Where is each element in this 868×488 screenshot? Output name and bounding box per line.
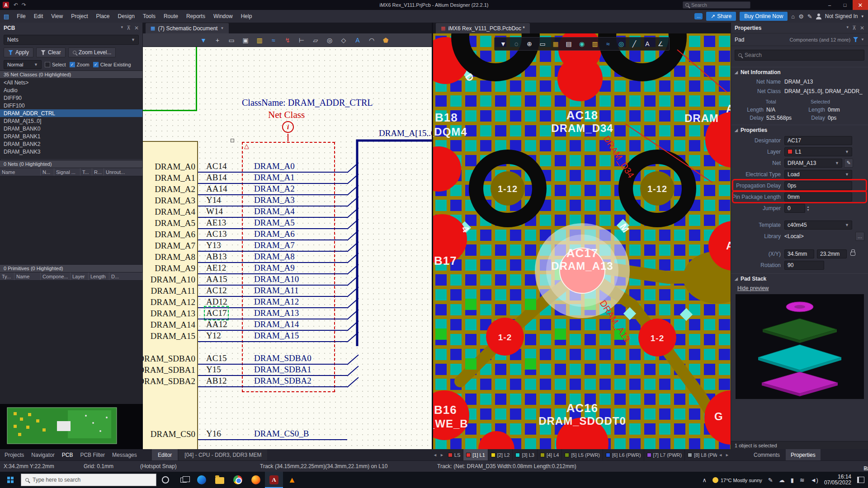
- pin-designator[interactable]: AC13: [206, 229, 226, 239]
- net-label[interactable]: DRAM_A11: [254, 286, 299, 296]
- net-label[interactable]: DRAM_A10: [254, 274, 299, 284]
- workspace-icon[interactable]: ▤: [4, 13, 9, 20]
- pad-stack-preview[interactable]: [736, 294, 863, 399]
- notification-icon[interactable]: [857, 477, 864, 483]
- net-class-value[interactable]: DRAM_A[15..0], DRAM_ADDR_: [784, 88, 863, 94]
- wire[interactable]: [198, 341, 347, 342]
- edge-icon[interactable]: [193, 472, 211, 488]
- column-header[interactable]: Unrout...: [104, 168, 142, 176]
- pin-designator[interactable]: AC17: [206, 308, 226, 318]
- menu-item[interactable]: Place: [92, 10, 113, 23]
- menu-item[interactable]: Edit: [30, 10, 47, 23]
- net-label[interactable]: DRAM_A14: [254, 319, 299, 329]
- menu-item[interactable]: Window: [209, 10, 237, 23]
- zoom-icon[interactable]: ⊕: [525, 40, 533, 47]
- net-label[interactable]: DRAM_SDBA1: [254, 365, 311, 375]
- angle-icon[interactable]: ∠: [656, 40, 665, 47]
- bus-net-label[interactable]: DRAM_A[15..0]: [379, 128, 432, 138]
- net-class-item[interactable]: DRAM_A[15..0]: [0, 117, 142, 125]
- redo-icon[interactable]: ↷: [22, 2, 26, 8]
- checkbox[interactable]: [93, 62, 99, 67]
- undo-icon[interactable]: ↶: [14, 2, 18, 8]
- buy-online-button[interactable]: Buy Online Now: [740, 12, 788, 21]
- measure-icon[interactable]: ⊢: [297, 37, 306, 44]
- track-icon[interactable]: ╱: [630, 40, 638, 47]
- net-label[interactable]: DRAM_A6: [254, 229, 295, 239]
- pin-designator[interactable]: Y12: [206, 331, 221, 341]
- firefox-icon[interactable]: [247, 472, 265, 488]
- filter-checkbox[interactable]: Zoom: [70, 62, 90, 67]
- chevron-down-icon[interactable]: ▼: [861, 38, 864, 42]
- pad-icon[interactable]: ◉: [578, 40, 586, 47]
- tray-expand-icon[interactable]: ∧: [702, 477, 707, 483]
- layer-tab[interactable]: LS: [445, 449, 463, 460]
- signal-integrity-icon[interactable]: ≈: [269, 37, 278, 44]
- pin-designator[interactable]: AB12: [206, 376, 226, 386]
- filter-checkbox[interactable]: Clear Existing: [93, 62, 131, 67]
- vlc-icon[interactable]: ▲: [283, 472, 301, 488]
- net-name-value[interactable]: DRAM_A13: [784, 79, 813, 85]
- gear-icon[interactable]: ⚙: [798, 13, 804, 20]
- ruler-icon[interactable]: ▥: [591, 40, 599, 47]
- pencil-icon[interactable]: ✎: [807, 13, 812, 20]
- minimize-button[interactable]: –: [822, 0, 837, 10]
- net-class-item[interactable]: <All Nets>: [0, 79, 142, 86]
- clear-button[interactable]: Clear: [36, 47, 66, 57]
- net-class-item[interactable]: DRAM_BANK2: [0, 140, 142, 148]
- layer-scroll-right-icon[interactable]: ►: [724, 453, 731, 457]
- start-button[interactable]: [0, 472, 21, 488]
- battery-icon[interactable]: ▮: [791, 477, 794, 483]
- net-label[interactable]: DRAM_A0: [254, 161, 295, 171]
- net-class-item[interactable]: DIFF100: [0, 102, 142, 109]
- column-header[interactable]: Compone...: [41, 272, 71, 280]
- layer-scroll-left-icon[interactable]: ◄: [717, 453, 724, 457]
- clock[interactable]: 16:1407/05/2022: [824, 474, 851, 486]
- column-header[interactable]: D...: [109, 272, 142, 280]
- global-search[interactable]: Search: [683, 1, 750, 9]
- checkbox[interactable]: [45, 62, 50, 67]
- signin-caret-icon[interactable]: ▾: [861, 14, 863, 19]
- pin-designator[interactable]: Y15: [206, 365, 221, 375]
- net-label[interactable]: DRAM_A2: [254, 184, 295, 194]
- column-header[interactable]: Name: [14, 272, 41, 280]
- net-label[interactable]: DRAM_A5: [254, 218, 295, 228]
- jumper-input[interactable]: 0: [784, 204, 805, 213]
- board-preview[interactable]: [0, 404, 142, 449]
- net-label[interactable]: DRAM_A1: [254, 173, 295, 183]
- net-label[interactable]: DRAM_CS0_B: [254, 429, 309, 439]
- apply-button[interactable]: Apply: [4, 47, 33, 57]
- net-label[interactable]: DRAM_SDBA0: [254, 353, 311, 363]
- layer-tab[interactable]: [6] L6 (PWR): [603, 449, 644, 460]
- net-label[interactable]: DRAM_A12: [254, 297, 299, 307]
- pin-designator[interactable]: AE13: [206, 218, 226, 228]
- pin-designator[interactable]: W14: [206, 206, 223, 216]
- probe-icon[interactable]: ◎: [326, 37, 334, 44]
- panel-tab[interactable]: Projects: [5, 452, 24, 458]
- pen-icon[interactable]: ✎: [768, 477, 773, 483]
- taskbar-search-input[interactable]: [33, 477, 152, 483]
- pin-designator[interactable]: Y16: [206, 429, 221, 439]
- layer-tab[interactable]: [7] L7 (PWR): [644, 449, 685, 460]
- pin-designator[interactable]: AD12: [206, 297, 227, 307]
- net-label[interactable]: DRAM_SDBA2: [254, 376, 311, 386]
- wire[interactable]: [198, 439, 347, 440]
- menu-item[interactable]: File: [13, 10, 29, 23]
- file-explorer-icon[interactable]: [211, 472, 229, 488]
- column-header[interactable]: Layer: [71, 272, 89, 280]
- select-area-icon[interactable]: ▭: [538, 40, 547, 47]
- layer-tab[interactable]: [3] L3: [513, 449, 538, 460]
- lasso-icon[interactable]: ◌: [512, 40, 520, 47]
- filter-checkbox[interactable]: Select: [45, 62, 66, 67]
- menu-item[interactable]: Tools: [139, 10, 160, 23]
- grid-icon[interactable]: ▤: [565, 40, 573, 47]
- rotation-input[interactable]: 90: [784, 261, 824, 270]
- layer-scroll-right-icon[interactable]: ►: [439, 453, 445, 457]
- close-button[interactable]: ✕: [853, 0, 868, 10]
- net-class-item[interactable]: DIFF90: [0, 94, 142, 102]
- column-header[interactable]: Length: [89, 272, 109, 280]
- net-label[interactable]: DRAM_A3: [254, 195, 295, 205]
- net-label[interactable]: DRAM_A8: [254, 252, 295, 262]
- sheet-symbol-icon[interactable]: ▱: [311, 37, 320, 44]
- pin-designator[interactable]: AC15: [206, 353, 226, 363]
- altium-icon[interactable]: A: [265, 472, 283, 488]
